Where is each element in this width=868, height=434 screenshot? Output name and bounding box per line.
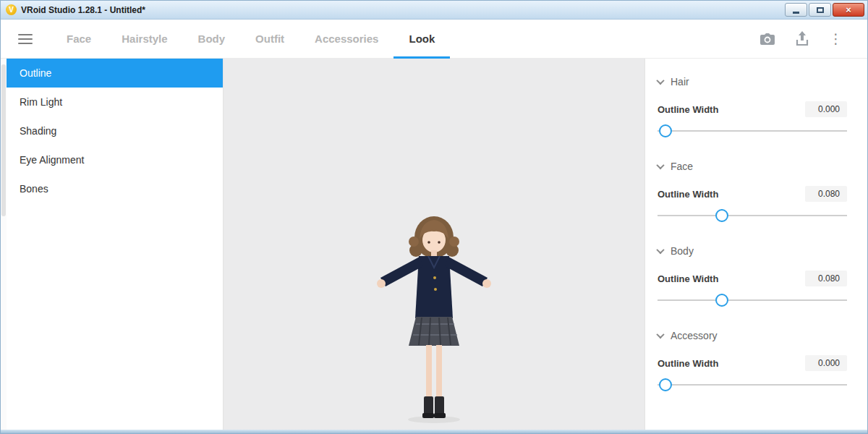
app-logo-icon: V [6,4,17,15]
section-title: Hair [671,76,689,88]
chevron-down-icon [656,331,664,339]
slider-track[interactable] [658,384,847,386]
settings-panel: Hair Outline Width 0.000 Face Outline Wi [645,59,867,430]
slider-track[interactable] [658,215,847,216]
close-icon: × [846,5,851,14]
sidebar-item-rim-light[interactable]: Rim Light [7,88,223,116]
hair-outline-width-slider[interactable] [658,123,847,139]
section-body-header[interactable]: Body [658,240,847,262]
hair-outline-width-value[interactable]: 0.000 [805,101,847,117]
close-button[interactable]: × [833,3,864,17]
camera-icon[interactable] [760,33,775,46]
sidebar: Outline Rim Light Shading Eye Alignment … [1,59,223,430]
maximize-button[interactable] [809,3,831,17]
tab-outfit[interactable]: Outfit [240,20,299,59]
face-outline-width-value[interactable]: 0.080 [805,186,847,202]
outline-width-label: Outline Width [658,189,718,200]
app-window: V VRoid Studio 1.28.1 - Untitled* × Face… [0,0,868,434]
section-hair: Hair Outline Width 0.000 [658,60,847,139]
minimize-icon [793,12,799,14]
sidebar-scrollbar[interactable] [1,59,7,430]
section-title: Body [671,245,694,257]
accessory-outline-width-slider[interactable] [658,377,847,393]
sidebar-item-eye-alignment[interactable]: Eye Alignment [7,145,223,174]
character-model [344,208,524,425]
hamburger-menu-icon[interactable] [18,34,33,44]
chevron-down-icon [656,77,664,85]
slider-handle[interactable] [659,124,672,137]
section-title: Accessory [671,330,718,341]
kebab-menu-icon[interactable]: ⋮ [829,32,843,46]
section-title: Face [671,161,693,172]
main-area: Outline Rim Light Shading Eye Alignment … [1,59,867,430]
tab-body[interactable]: Body [183,20,241,59]
section-hair-header[interactable]: Hair [658,71,847,93]
chevron-down-icon [656,161,664,169]
top-navbar: Face Hairstyle Body Outfit Accessories L… [1,20,867,59]
sidebar-item-outline[interactable]: Outline [7,59,223,88]
section-accessory-header[interactable]: Accessory [658,325,847,346]
tab-accessories[interactable]: Accessories [299,20,393,59]
maximize-icon [817,7,824,13]
minimize-button[interactable] [785,3,807,17]
sidebar-item-bones[interactable]: Bones [7,174,223,203]
tab-look[interactable]: Look [393,20,450,59]
slider-handle[interactable] [659,378,672,391]
tab-bar: Face Hairstyle Body Outfit Accessories L… [51,20,450,59]
accessory-outline-width-value[interactable]: 0.000 [805,355,847,371]
export-icon[interactable] [796,31,809,46]
slider-track[interactable] [658,130,847,132]
outline-width-label: Outline Width [658,358,718,369]
tab-face[interactable]: Face [51,20,106,59]
titlebar[interactable]: V VRoid Studio 1.28.1 - Untitled* × [1,1,867,20]
outline-width-label: Outline Width [658,104,718,115]
scrollbar-thumb[interactable] [1,64,6,216]
section-face: Face Outline Width 0.080 [658,145,847,224]
slider-handle[interactable] [715,294,728,307]
body-outline-width-value[interactable]: 0.080 [805,271,847,286]
sidebar-item-shading[interactable]: Shading [7,116,223,145]
face-outline-width-slider[interactable] [658,208,847,224]
section-body: Body Outline Width 0.080 [658,229,847,308]
chevron-down-icon [656,246,664,254]
outline-width-label: Outline Width [658,273,718,284]
window-bottom-border [1,430,867,433]
tab-hairstyle[interactable]: Hairstyle [106,20,182,59]
section-accessory: Accessory Outline Width 0.000 [658,314,847,393]
window-title: VRoid Studio 1.28.1 - Untitled* [21,5,783,15]
body-outline-width-slider[interactable] [658,292,847,308]
section-face-header[interactable]: Face [658,156,847,177]
viewport-3d[interactable] [223,59,645,430]
slider-track[interactable] [658,299,847,301]
slider-handle[interactable] [715,209,728,222]
